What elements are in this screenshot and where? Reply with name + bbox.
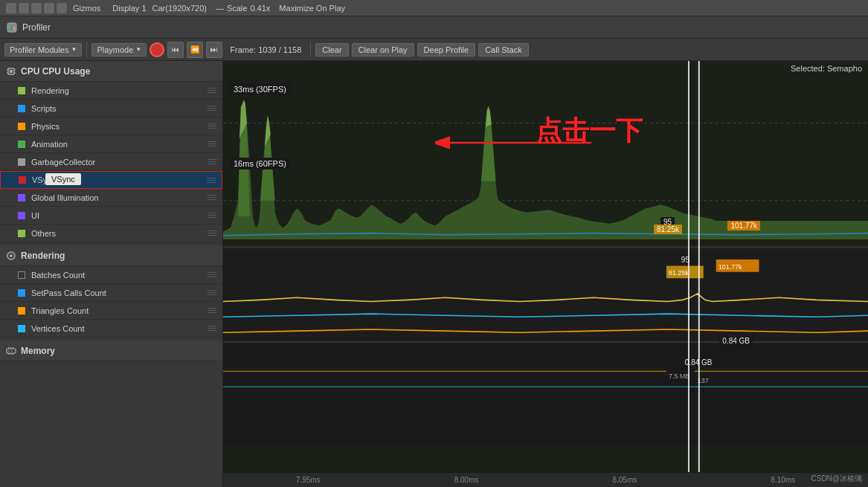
transport-step-fwd-icon[interactable]: ⏭ xyxy=(206,42,222,58)
left-panel: CPU CPU Usage Rendering Scripts Physics … xyxy=(0,61,223,487)
chart-area[interactable]: 33ms (30FPS) 16ms (60FPS) 95 81.25k 101.… xyxy=(223,61,868,472)
resolution-btn[interactable]: Car(1920x720) xyxy=(152,4,207,13)
rendering-section-header[interactable]: Rendering xyxy=(0,245,222,266)
gc-drag-handle xyxy=(208,159,216,164)
svg-rect-20 xyxy=(11,350,13,352)
module-item-setpass[interactable]: SetPass Calls Count xyxy=(0,284,222,302)
setpass-label: SetPass Calls Count xyxy=(31,288,208,297)
svg-rect-13 xyxy=(8,347,10,349)
module-item-others[interactable]: Others xyxy=(0,225,222,242)
ui-drag-handle xyxy=(208,213,216,218)
vsync-color xyxy=(19,176,26,184)
module-item-rendering[interactable]: Rendering xyxy=(0,82,222,100)
transport-step-back-icon[interactable]: ⏪ xyxy=(187,42,203,58)
rendering-label: Rendering xyxy=(31,86,208,95)
batches-drag-handle xyxy=(208,272,216,277)
physics-label: Physics xyxy=(31,122,208,131)
playmode-label: Playmode xyxy=(97,45,133,54)
module-item-physics[interactable]: Physics xyxy=(0,117,222,135)
others-drag-handle xyxy=(208,230,216,236)
scale-value: 0.41x xyxy=(250,4,270,13)
clear-on-play-button[interactable]: Clear on Play xyxy=(352,43,414,57)
batches-color xyxy=(18,271,25,279)
tick-3: 8.05ms xyxy=(546,476,704,484)
module-item-triangles[interactable]: Triangles Count xyxy=(0,302,222,320)
tick-2: 8.00ms xyxy=(388,476,546,484)
cursor-line xyxy=(688,61,689,472)
frame-counter: Frame: 1039 / 1158 xyxy=(225,45,306,54)
watermark: CSDN@冰棱璃 xyxy=(811,474,863,484)
rendering-drag-handle xyxy=(208,88,216,93)
cpu-icon xyxy=(6,66,16,77)
badge-101k: 101.77k xyxy=(727,221,760,230)
triangles-label: Triangles Count xyxy=(31,306,208,315)
clear-button[interactable]: Clear xyxy=(315,43,348,57)
svg-rect-18 xyxy=(13,353,14,355)
profiler-toolbar: Profiler Modules ▼ Playmode ▼ ⏮ ⏪ ⏭ Fram… xyxy=(0,39,868,61)
gizmos-btn[interactable]: Gizmos xyxy=(73,4,100,13)
gi-drag-handle xyxy=(208,195,216,200)
vsync-label: VSync xyxy=(32,175,207,184)
animation-label: Animation xyxy=(31,140,208,149)
modules-dropdown[interactable]: Profiler Modules ▼ xyxy=(4,43,82,57)
toolbar-separator-2 xyxy=(310,42,311,57)
timeline-ruler: 7.95ms 8.00ms 8.05ms 8.10ms xyxy=(223,472,868,487)
modules-arrow-icon: ▼ xyxy=(71,46,77,53)
window-topbar: Gizmos Display 1 Car(1920x720) — Scale 0… xyxy=(0,0,868,16)
memory-icon xyxy=(6,346,16,356)
rendering-section-icon xyxy=(6,251,16,261)
module-item-vertices[interactable]: Vertices Count xyxy=(0,320,222,338)
ui-label: UI xyxy=(31,211,208,220)
cpu-section-header[interactable]: CPU CPU Usage xyxy=(0,61,222,82)
module-item-batches[interactable]: Batches Count xyxy=(0,266,222,284)
profiler-titlebar: Profiler xyxy=(0,16,868,39)
playmode-arrow-icon: ▼ xyxy=(135,46,141,53)
ui-color xyxy=(18,212,25,219)
dash-separator: — xyxy=(216,4,224,13)
module-item-animation[interactable]: Animation xyxy=(0,135,222,153)
badge-81k: 81.25k xyxy=(654,225,682,234)
maximize-btn[interactable]: Maximize On Play xyxy=(279,4,345,13)
call-stack-button[interactable]: Call Stack xyxy=(478,43,529,57)
module-item-scripts[interactable]: Scripts xyxy=(0,100,222,117)
scale-label: Scale xyxy=(227,4,248,13)
svg-point-11 xyxy=(10,254,13,257)
svg-rect-1 xyxy=(9,26,10,30)
vertices-drag-handle xyxy=(208,326,216,331)
module-item-vsync[interactable]: VSync VSync xyxy=(0,171,222,189)
svg-rect-14 xyxy=(10,347,12,349)
svg-rect-17 xyxy=(10,353,12,355)
memory-section-header[interactable]: Memory xyxy=(0,341,222,361)
gi-color xyxy=(18,194,25,201)
display-btn[interactable]: Display 1 xyxy=(112,4,146,13)
rendering-color xyxy=(18,87,25,94)
setpass-color xyxy=(18,289,25,297)
marker-33ms: 33ms (30FPS) xyxy=(229,83,291,95)
gc-label: GarbageCollector xyxy=(31,158,208,167)
modules-label: Profiler Modules xyxy=(10,45,68,54)
module-item-gc[interactable]: GarbageCollector xyxy=(0,153,222,171)
toolbar-separator-1 xyxy=(86,42,87,57)
gc-color xyxy=(18,158,25,166)
transport-prev-icon[interactable]: ⏮ xyxy=(167,42,184,58)
right-panel: Selected: Semapho 33ms (30FPS) 16ms (60F… xyxy=(223,61,868,487)
profiler-title: Profiler xyxy=(22,22,51,33)
marker-16ms: 16ms (60FPS) xyxy=(229,158,291,170)
memory-section-title: Memory xyxy=(21,346,55,356)
others-color xyxy=(18,230,25,237)
record-button[interactable] xyxy=(150,42,164,57)
physics-color xyxy=(18,123,25,130)
deep-profile-button[interactable]: Deep Profile xyxy=(417,43,476,57)
svg-rect-5 xyxy=(10,70,13,73)
triangles-color xyxy=(18,307,25,315)
others-label: Others xyxy=(31,229,208,238)
module-item-ui[interactable]: UI xyxy=(0,207,222,225)
gi-label: Global Illumination xyxy=(31,193,208,202)
svg-rect-3 xyxy=(13,27,15,30)
vertices-label: Vertices Count xyxy=(31,324,208,333)
module-item-gi[interactable]: Global Illumination xyxy=(0,189,222,207)
triangles-drag-handle xyxy=(208,308,216,313)
cpu-section-title: CPU CPU Usage xyxy=(21,66,90,77)
playmode-dropdown[interactable]: Playmode ▼ xyxy=(91,43,147,57)
selected-label: Selected: Semapho xyxy=(791,64,862,73)
